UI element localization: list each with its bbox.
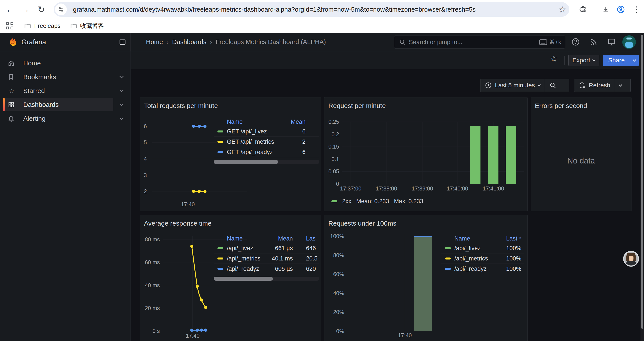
sidebar-item-dashboards[interactable]: Dashboards xyxy=(0,98,130,112)
refresh-button[interactable]: Refresh xyxy=(574,79,615,92)
share-dropdown[interactable] xyxy=(630,55,639,66)
legend-column-header[interactable]: Name xyxy=(454,235,470,242)
favorite-star-icon[interactable]: ☆ xyxy=(549,53,559,64)
legend-cell: 6 xyxy=(302,149,306,156)
legend-row[interactable]: /api/_readyz100% xyxy=(441,264,524,274)
legend-row[interactable]: GET /api/_readyz6 xyxy=(214,147,319,157)
legend-column-header[interactable]: Name xyxy=(227,118,243,125)
bookmark-folder-freeleaps[interactable]: Freeleaps xyxy=(24,22,60,30)
chevron-down-icon[interactable] xyxy=(120,116,124,120)
legend-row[interactable]: GET /api/_livez6 xyxy=(214,126,319,137)
legend-row[interactable]: GET /api/_metrics2 xyxy=(214,137,319,147)
profile-icon[interactable] xyxy=(616,4,626,15)
breadcrumb-home[interactable]: Home xyxy=(146,38,163,46)
bookmark-label: Freeleaps xyxy=(34,23,60,30)
panel-title[interactable]: Total requests per minute xyxy=(144,102,218,110)
breadcrumb-dashboards[interactable]: Dashboards xyxy=(172,38,206,46)
svg-text:3: 3 xyxy=(144,172,147,178)
refresh-controls: Refresh xyxy=(574,79,631,92)
address-bar[interactable]: grafana.mathmast.com/d/deytv4rwavabkb/fr… xyxy=(54,2,569,17)
legend-cell: 646 xyxy=(306,245,316,252)
sidebar-item-starred[interactable]: ☆ Starred xyxy=(0,84,130,98)
share-button[interactable]: Share xyxy=(603,55,639,66)
legend-row[interactable]: /api/_metrics100% xyxy=(441,253,524,264)
zoom-out-button[interactable] xyxy=(545,79,561,92)
series-color-dash xyxy=(332,200,337,202)
url-text[interactable]: grafana.mathmast.com/d/deytv4rwavabkb/fr… xyxy=(73,2,551,17)
time-range-picker[interactable]: Last 5 minutes xyxy=(480,79,545,92)
user-avatar[interactable] xyxy=(622,35,636,49)
series-color-dash xyxy=(218,141,223,143)
legend-scrollbar-thumb[interactable] xyxy=(214,160,278,164)
sidebar-item-alerting[interactable]: Alerting xyxy=(0,112,130,125)
legend-cell: GET /api/_metrics xyxy=(227,138,274,145)
svg-text:0: 0 xyxy=(336,181,339,187)
legend-column-header[interactable]: Last * xyxy=(506,235,521,242)
svg-text:80 ms: 80 ms xyxy=(145,236,160,242)
bookmark-label: 收藏博客 xyxy=(80,22,104,30)
svg-text:60 ms: 60 ms xyxy=(145,259,160,265)
site-settings-icon[interactable] xyxy=(55,4,67,15)
panel-requests-under-100ms: Requests under 100ms 100%80%60%40%20%0%1… xyxy=(324,215,528,341)
chevron-down-icon[interactable] xyxy=(120,88,124,92)
legend-column-header[interactable]: Las xyxy=(306,235,316,242)
bookmark-folder-blogs[interactable]: 收藏博客 xyxy=(70,22,104,30)
page-scrollbar-thumb[interactable] xyxy=(641,35,643,329)
legend-row[interactable]: 2xx Mean: 0.233 Max: 0.233 xyxy=(332,198,423,205)
page-scrollbar[interactable] xyxy=(640,33,644,341)
apps-grid-icon[interactable] xyxy=(6,22,14,30)
extensions-icon[interactable] xyxy=(578,4,588,15)
menu-kebab-icon[interactable]: ⋮ xyxy=(631,4,642,15)
floating-assistant-avatar[interactable] xyxy=(623,251,639,267)
forward-icon[interactable]: → xyxy=(20,4,30,15)
legend-cell: 661 µs xyxy=(275,245,293,252)
bookmark-icon xyxy=(8,73,15,81)
grafana-logo[interactable] xyxy=(8,38,17,47)
panel-title[interactable]: Errors per second xyxy=(535,102,587,110)
legend-column-header[interactable]: Name xyxy=(227,235,243,242)
home-icon xyxy=(8,60,15,67)
search-placeholder: Search or jump to... xyxy=(409,39,539,46)
svg-text:17:40: 17:40 xyxy=(398,332,412,338)
legend-row[interactable]: /api/_livez661 µs646 xyxy=(214,243,319,253)
chevron-down-icon xyxy=(592,58,596,62)
sidebar-toggle-icon[interactable] xyxy=(119,39,126,46)
legend-row[interactable]: /api/_livez100% xyxy=(441,243,524,253)
legend-mean: Mean: 0.233 xyxy=(356,198,389,205)
legend-scrollbar[interactable] xyxy=(214,277,319,281)
legend-row[interactable]: /api/_readyz605 µs620 xyxy=(214,264,319,274)
search-icon xyxy=(399,39,406,46)
news-rss-icon[interactable] xyxy=(588,37,599,47)
kiosk-monitor-icon[interactable] xyxy=(606,37,616,47)
svg-text:40%: 40% xyxy=(333,290,344,296)
panel-request-per-minute: Request per minute 17:37:0017:38:0017:39… xyxy=(324,97,528,211)
search-shortcut: ⌘+k xyxy=(539,39,561,46)
legend-cell: 20.5 r xyxy=(306,255,319,262)
svg-text:0.1: 0.1 xyxy=(332,156,339,162)
series-color-dash xyxy=(218,268,223,270)
svg-text:17:39:00: 17:39:00 xyxy=(412,185,433,192)
panel-title[interactable]: Average response time xyxy=(144,220,212,227)
bookmark-star-icon[interactable]: ☆ xyxy=(558,2,566,17)
help-icon[interactable] xyxy=(570,37,581,47)
chevron-down-icon[interactable] xyxy=(120,74,124,78)
search-input[interactable]: Search or jump to... ⌘+k xyxy=(394,36,565,49)
reload-icon[interactable]: ↻ xyxy=(36,4,46,15)
legend-scrollbar[interactable] xyxy=(214,160,319,164)
svg-text:17:40: 17:40 xyxy=(181,201,195,207)
legend-row[interactable]: /api/_metrics40.1 ms20.5 r xyxy=(214,253,319,264)
legend-column-header[interactable]: Mean xyxy=(278,235,293,242)
back-icon[interactable]: ← xyxy=(5,4,15,15)
sidebar-item-home[interactable]: Home xyxy=(0,56,130,70)
export-button[interactable]: Export xyxy=(568,55,599,66)
legend-column-header[interactable]: Mean xyxy=(291,118,306,125)
panel-title[interactable]: Requests under 100ms xyxy=(328,220,396,227)
chevron-down-icon[interactable] xyxy=(120,102,124,106)
sidebar-item-bookmarks[interactable]: Bookmarks xyxy=(0,70,130,84)
folder-icon xyxy=(24,22,31,30)
panel-title[interactable]: Request per minute xyxy=(328,102,386,110)
zoom-out-icon xyxy=(549,82,556,89)
legend-scrollbar-thumb[interactable] xyxy=(214,277,273,281)
downloads-icon[interactable] xyxy=(600,4,611,15)
refresh-interval-dropdown[interactable] xyxy=(615,79,626,92)
